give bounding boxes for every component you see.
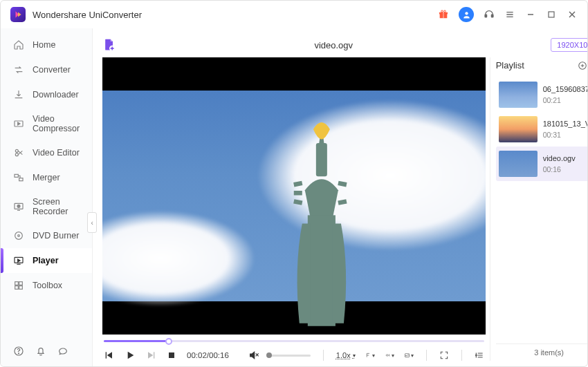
- current-filename: video.ogv: [116, 40, 551, 50]
- sidebar-item-label: Downloader: [33, 90, 79, 100]
- prev-button[interactable]: [104, 350, 115, 361]
- sidebar-item-label: Toolbox: [33, 281, 62, 290]
- svg-rect-12: [549, 12, 554, 17]
- svg-point-17: [15, 153, 18, 156]
- support-icon[interactable]: [484, 9, 495, 20]
- next-button[interactable]: [145, 350, 156, 361]
- svg-rect-34: [106, 352, 107, 358]
- sidebar-item-converter[interactable]: Converter: [1, 57, 92, 82]
- svg-point-22: [15, 232, 23, 240]
- svg-rect-19: [19, 178, 23, 181]
- sidebar-item-label: Screen Recorder: [33, 197, 80, 216]
- svg-point-3: [441, 10, 443, 12]
- playlist-item-duration: 00:16: [543, 165, 576, 173]
- time-display: 00:02/00:16: [187, 351, 229, 359]
- sidebar-item-label: Player: [33, 256, 59, 265]
- video-content: [252, 113, 390, 335]
- sidebar: Home Converter Downloader Video Compress…: [1, 28, 93, 366]
- sidebar-item-recorder[interactable]: Screen Recorder: [1, 190, 92, 223]
- svg-rect-35: [154, 352, 154, 358]
- svg-point-30: [18, 353, 19, 354]
- feedback-icon[interactable]: [57, 346, 68, 357]
- fullscreen-button[interactable]: [439, 350, 449, 360]
- seek-bar[interactable]: [102, 335, 486, 348]
- playlist-item-name: 06_1596083776.d...: [543, 85, 588, 93]
- sidebar-item-label: Video Editor: [33, 148, 80, 158]
- account-avatar[interactable]: [459, 7, 474, 22]
- sidebar-item-merger[interactable]: Merger: [1, 165, 92, 190]
- svg-rect-27: [15, 286, 19, 290]
- menu-icon[interactable]: [504, 9, 515, 20]
- mute-button[interactable]: [248, 350, 259, 361]
- sidebar-item-toolbox[interactable]: Toolbox: [1, 273, 92, 298]
- svg-point-21: [17, 205, 20, 207]
- playlist-item[interactable]: video.ogv00:16: [496, 147, 588, 181]
- playlist-toggle-button[interactable]: [475, 350, 484, 360]
- playback-rate[interactable]: 1.0x▾: [336, 351, 356, 359]
- svg-point-4: [444, 10, 446, 12]
- svg-rect-2: [443, 12, 443, 19]
- svg-rect-6: [485, 15, 487, 17]
- snapshot-button[interactable]: ▾: [404, 350, 414, 360]
- add-file-button[interactable]: [102, 38, 116, 52]
- sidebar-item-player[interactable]: Player: [1, 248, 92, 273]
- sidebar-item-label: Merger: [33, 173, 60, 182]
- close-button[interactable]: [567, 9, 578, 20]
- playlist-thumbnail: [499, 116, 538, 142]
- sidebar-item-home[interactable]: Home: [1, 32, 92, 57]
- collapse-sidebar-button[interactable]: ‹: [87, 212, 97, 233]
- playlist-title: Playlist: [496, 60, 572, 70]
- playlist-count: 3 item(s): [496, 344, 588, 361]
- sidebar-item-label: Video Compressor: [33, 114, 80, 133]
- playlist-item[interactable]: 06_1596083776.d...00:21: [496, 77, 588, 112]
- resolution-badge[interactable]: 1920X1080: [551, 38, 588, 52]
- playlist-item-duration: 00:31: [543, 131, 588, 139]
- svg-rect-26: [19, 282, 23, 285]
- svg-rect-28: [19, 286, 23, 290]
- svg-rect-33: [308, 216, 336, 326]
- playlist-add-icon[interactable]: [578, 61, 587, 70]
- sidebar-item-label: Converter: [33, 65, 71, 75]
- svg-point-5: [465, 12, 468, 15]
- playlist-item-name: 181015_13_Venic...: [543, 120, 588, 128]
- play-button[interactable]: [125, 350, 136, 361]
- subtitle-button[interactable]: ▾: [365, 350, 375, 360]
- app-title: Wondershare UniConverter: [33, 10, 438, 20]
- playlist-item-duration: 00:21: [543, 96, 588, 104]
- svg-rect-7: [491, 15, 493, 17]
- sidebar-item-label: Home: [33, 40, 55, 50]
- playlist-item-name: video.ogv: [543, 154, 576, 162]
- svg-rect-36: [169, 352, 174, 358]
- volume-slider[interactable]: [269, 355, 311, 357]
- playlist-item[interactable]: 181015_13_Venic...00:31: [496, 112, 588, 147]
- help-icon[interactable]: [13, 346, 24, 357]
- bell-icon[interactable]: [35, 346, 46, 357]
- app-logo: [10, 7, 26, 22]
- maximize-button[interactable]: [546, 9, 557, 20]
- playlist-thumbnail: [499, 82, 538, 108]
- sidebar-item-downloader[interactable]: Downloader: [1, 82, 92, 107]
- video-viewport[interactable]: [102, 57, 486, 335]
- stop-button[interactable]: [166, 350, 177, 361]
- titlebar: Wondershare UniConverter: [1, 1, 587, 28]
- svg-point-23: [18, 235, 20, 237]
- svg-point-16: [15, 149, 18, 152]
- sidebar-item-dvd[interactable]: DVD Burner: [1, 223, 92, 248]
- audio-track-button[interactable]: ▾: [385, 350, 394, 360]
- sidebar-item-label: DVD Burner: [33, 231, 79, 241]
- gift-icon[interactable]: [438, 9, 449, 20]
- svg-rect-18: [15, 174, 18, 177]
- sidebar-item-compressor[interactable]: Video Compressor: [1, 107, 92, 140]
- minimize-button[interactable]: [525, 9, 536, 20]
- svg-rect-25: [15, 282, 19, 285]
- playlist-panel: Playlist 06_1596083776.d...00:21 181015_…: [490, 57, 588, 361]
- svg-rect-32: [316, 143, 327, 176]
- playlist-thumbnail: [499, 151, 538, 177]
- sidebar-item-editor[interactable]: Video Editor: [1, 140, 92, 165]
